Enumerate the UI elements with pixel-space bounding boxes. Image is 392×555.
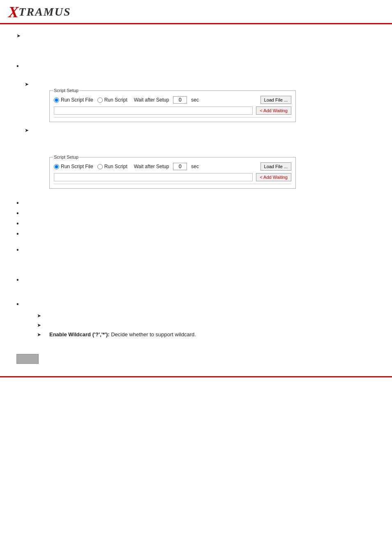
load-file-button-1[interactable]: Load File ... [261,96,291,104]
arrow-item-2-text [37,81,39,87]
nav-button[interactable] [16,354,39,364]
radio-run-script-file-1[interactable]: Run Script File [54,97,93,103]
arrow-item-3-text [37,127,39,133]
script-setup-container-2: Script Setup Run Script File Run Script … [49,157,376,189]
page-header: X TRAMUS [0,0,392,24]
bullet-item-5-text [25,230,26,236]
radio-run-script-label-1: Run Script [104,97,127,103]
script-row2-2: < Add Waiting [54,173,291,181]
bullet-item-3 [16,210,376,216]
add-waiting-container-2: < Add Waiting [256,173,291,181]
script-buttons-1: Load File ... [261,96,291,104]
radio-run-script-input-2[interactable] [97,164,103,169]
sec-label-1: sec [191,97,199,103]
script-setup-box-1: Script Setup Run Script File Run Script … [49,90,296,122]
script-setup-legend-2: Script Setup [53,155,79,160]
radio-run-script-file-input-1[interactable] [54,97,59,103]
radio-run-script-file-label-1: Run Script File [61,97,93,103]
bullet-item-long-text [25,246,26,252]
arrow-item-1-text [29,32,30,39]
sec-label-2: sec [191,164,199,169]
load-file-button-2[interactable]: Load File ... [261,162,291,171]
radio-run-script-file-2[interactable]: Run Script File [54,164,93,169]
logo-text: TRAMUS [18,5,71,18]
radio-run-script-file-label-2: Run Script File [61,164,93,169]
bullet-item-long [16,246,376,270]
radio-run-script-file-input-2[interactable] [54,164,59,169]
footer-line [0,376,392,377]
bullet-section-2 [16,276,376,294]
bullet-section-3: Enable Wildcard ('?','*'): Decide whethe… [16,301,376,338]
bottom-nav-area [16,354,376,364]
script-setup-legend-1: Script Setup [53,88,79,93]
bullet-item-2 [16,199,376,206]
main-content: Script Setup Run Script File Run Script … [0,24,392,372]
bullet-item-1 [16,62,376,69]
arrow-item-wildcard: Enable Wildcard ('?','*'): Decide whethe… [37,331,376,338]
arrow-sub-1-text [49,312,51,319]
add-waiting-button-1[interactable]: < Add Waiting [256,106,291,115]
arrow-item-sub-2 [37,322,376,328]
wait-input-2[interactable] [173,163,187,170]
bullet-item-2-text [25,199,26,206]
arrow-item-3 [25,127,376,133]
arrow-item-sub-1 [37,312,376,319]
bullet-section-2-text [25,276,26,282]
script-row2-1: < Add Waiting [54,106,291,115]
add-waiting-container-1: < Add Waiting [256,106,291,115]
arrow-sub-2-text [49,322,51,328]
radio-run-script-label-2: Run Script [104,164,127,169]
script-setup-row-2: Run Script File Run Script Wait after Se… [54,162,291,171]
sub-section-1: Script Setup Run Script File Run Script … [25,81,376,189]
arrow-wildcard-prefix: Enable Wildcard ('?','*'): [49,331,111,338]
add-waiting-button-2[interactable]: < Add Waiting [256,173,291,181]
radio-run-script-input-1[interactable] [97,97,103,103]
wait-input-1[interactable] [173,96,187,104]
wait-after-setup-label-2: Wait after Setup [134,164,169,169]
file-path-input-2[interactable] [54,173,253,181]
logo-x: X [8,4,18,20]
wait-after-setup-label-1: Wait after Setup [134,97,169,103]
separator-2 [54,184,291,184]
radio-run-script-1[interactable]: Run Script [97,97,127,103]
arrow-item-2 [25,81,376,87]
arrow-item-1 [16,32,376,39]
bullet-item-1-text [25,62,26,69]
bullet-item-5 [16,230,376,236]
separator-1 [54,117,291,118]
bullet-section-3-text [25,301,26,307]
script-setup-row-1: Run Script File Run Script Wait after Se… [54,96,291,104]
arrow-wildcard-suffix: Decide whether to support wildcard. [111,331,196,338]
radio-run-script-2[interactable]: Run Script [97,164,127,169]
bullet-item-3-text [25,210,26,216]
file-path-input-1[interactable] [54,106,253,115]
logo: X TRAMUS [8,4,384,20]
bullet-item-4-text [25,220,26,226]
script-setup-container-1: Script Setup Run Script File Run Script … [49,90,376,122]
bullet-item-4 [16,220,376,226]
script-buttons-2: Load File ... [261,162,291,171]
script-setup-box-2: Script Setup Run Script File Run Script … [49,157,296,189]
